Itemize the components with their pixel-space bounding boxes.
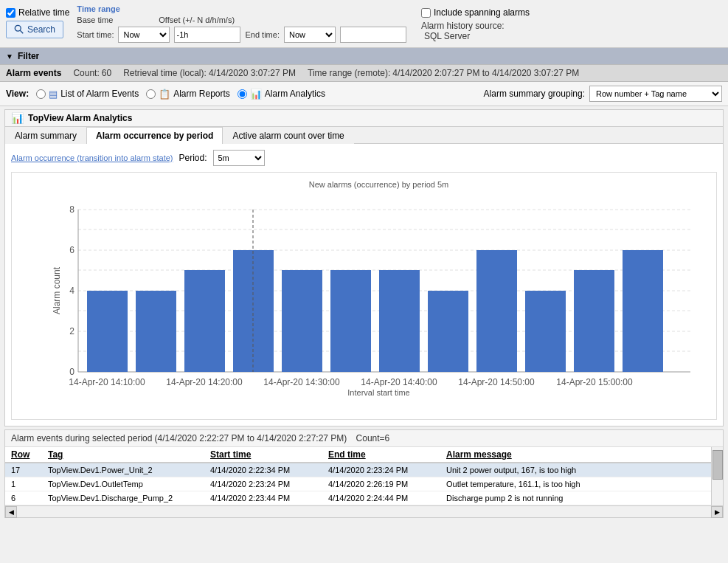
offset-start-label: Offset (+/- N d/h/m/s) bbox=[159, 15, 235, 24]
svg-text:6: 6 bbox=[69, 245, 74, 255]
filter-label: Filter bbox=[18, 51, 39, 61]
col-end[interactable]: End time bbox=[322, 447, 440, 463]
bar-3[interactable] bbox=[184, 270, 225, 372]
bar-5[interactable] bbox=[282, 270, 322, 372]
tab-bar: Alarm summary Alarm occurrence by period… bbox=[5, 127, 723, 144]
period-row: Alarm occurrence (transition into alarm … bbox=[11, 150, 717, 166]
cell-end-1: 4/14/2020 2:26:19 PM bbox=[322, 477, 440, 491]
vertical-scrollbar[interactable] bbox=[711, 447, 723, 505]
period-select[interactable]: 1m 5m 10m 15m 30m 1h bbox=[213, 150, 265, 166]
search-button[interactable]: Search bbox=[6, 21, 63, 38]
time-range-group: Time range Base time Offset (+/- N d/h/m… bbox=[77, 4, 406, 43]
cell-row-1: 1 bbox=[5, 477, 42, 491]
cell-message-2: Discharge pump 2 is not running bbox=[440, 491, 711, 505]
col-start[interactable]: Start time bbox=[204, 447, 322, 463]
start-base-select[interactable]: Now bbox=[118, 27, 170, 43]
cell-start-0: 4/14/2020 2:22:34 PM bbox=[204, 463, 322, 477]
table-row[interactable]: 17 TopView.Dev1.Power_Unit_2 4/14/2020 2… bbox=[5, 463, 711, 477]
bar-8[interactable] bbox=[428, 291, 468, 372]
filter-bar: ▼ Filter bbox=[0, 48, 728, 64]
horizontal-scrollbar: ◀ ▶ bbox=[5, 505, 723, 517]
table-row[interactable]: 6 TopView.Dev1.Discharge_Pump_2 4/14/202… bbox=[5, 491, 711, 505]
include-spanning-label: Include spanning alarms bbox=[434, 7, 530, 18]
svg-line-1 bbox=[20, 30, 23, 33]
table-container: Row Tag Start time End time Alarm messag… bbox=[5, 447, 711, 505]
bar-12[interactable] bbox=[623, 250, 663, 372]
svg-text:14-Apr-20 14:20:00: 14-Apr-20 14:20:00 bbox=[166, 377, 243, 387]
relative-time-label: Relative time bbox=[18, 7, 69, 18]
time-range-info: Time range (remote): 4/14/2020 2:07:27 P… bbox=[308, 68, 579, 78]
bar-6[interactable] bbox=[330, 270, 371, 372]
right-options: Include spanning alarms Alarm history so… bbox=[421, 4, 530, 41]
scrollbar-left-arrow[interactable]: ◀ bbox=[5, 506, 17, 518]
reports-icon: 📋 bbox=[159, 89, 170, 100]
bar-7[interactable] bbox=[379, 270, 420, 372]
svg-text:4: 4 bbox=[69, 286, 74, 296]
bottom-section: Alarm events during selected period (4/1… bbox=[4, 429, 724, 518]
bar-2[interactable] bbox=[136, 291, 176, 372]
tab-alarm-occurrence[interactable]: Alarm occurrence by period bbox=[86, 127, 223, 144]
toolbar: Relative time Search Time range Base tim… bbox=[0, 0, 728, 48]
col-row[interactable]: Row bbox=[5, 447, 42, 463]
time-range-label: Time range bbox=[77, 4, 406, 13]
cell-end-2: 4/14/2020 2:24:44 PM bbox=[322, 491, 440, 505]
end-offset-input[interactable] bbox=[340, 27, 406, 43]
svg-text:14-Apr-20 14:30:00: 14-Apr-20 14:30:00 bbox=[263, 377, 340, 387]
view-list-radio[interactable] bbox=[36, 89, 46, 99]
analytics-header: 📊 TopView Alarm Analytics bbox=[5, 110, 723, 127]
cell-row-2: 6 bbox=[5, 491, 42, 505]
alarm-table: Row Tag Start time End time Alarm messag… bbox=[5, 447, 711, 505]
cell-message-1: Outlet temperature, 161.1, is too high bbox=[440, 477, 711, 491]
cell-start-2: 4/14/2020 2:23:44 PM bbox=[204, 491, 322, 505]
col-tag[interactable]: Tag bbox=[42, 447, 204, 463]
cell-row-0: 17 bbox=[5, 463, 42, 477]
svg-text:14-Apr-20 14:40:00: 14-Apr-20 14:40:00 bbox=[361, 377, 437, 387]
table-header-row: Row Tag Start time End time Alarm messag… bbox=[5, 447, 711, 463]
view-list-radio-group: ▤ List of Alarm Events bbox=[36, 89, 139, 100]
view-reports-radio[interactable] bbox=[146, 89, 156, 99]
bar-11[interactable] bbox=[574, 270, 614, 372]
bar-1[interactable] bbox=[87, 291, 128, 372]
view-label: View: bbox=[6, 89, 29, 99]
table-scrollbar-area: Row Tag Start time End time Alarm messag… bbox=[5, 447, 723, 505]
period-link[interactable]: Alarm occurrence (transition into alarm … bbox=[11, 153, 173, 162]
view-analytics-label: Alarm Analytics bbox=[265, 89, 325, 99]
col-message[interactable]: Alarm message bbox=[440, 447, 711, 463]
include-spanning-checkbox[interactable] bbox=[421, 8, 431, 18]
cell-end-0: 4/14/2020 2:23:24 PM bbox=[322, 463, 440, 477]
search-icon bbox=[14, 24, 24, 35]
chart-title: New alarms (occurrence) by period 5m bbox=[49, 180, 709, 189]
end-time-label: End time: bbox=[245, 30, 279, 39]
bar-10[interactable] bbox=[525, 291, 566, 372]
start-offset-input[interactable] bbox=[174, 27, 240, 43]
scrollbar-right-arrow[interactable]: ▶ bbox=[711, 506, 723, 518]
summary-grouping-select[interactable]: Row number + Tag name Tag name only Row … bbox=[589, 86, 722, 102]
tab-alarm-summary[interactable]: Alarm summary bbox=[5, 127, 86, 144]
svg-text:0: 0 bbox=[69, 367, 74, 377]
include-spanning-row: Include spanning alarms bbox=[421, 7, 530, 18]
cell-start-1: 4/14/2020 2:23:24 PM bbox=[204, 477, 322, 491]
view-analytics-radio-group: 📊 Alarm Analytics bbox=[238, 89, 325, 100]
alarm-source-row: Alarm history source: SQL Server bbox=[421, 21, 530, 41]
tab-active-alarm-count[interactable]: Active alarm count over time bbox=[223, 127, 353, 144]
alarm-events-title: Alarm events bbox=[6, 68, 61, 78]
filter-arrow-icon[interactable]: ▼ bbox=[6, 52, 13, 61]
scrollbar-track[interactable] bbox=[17, 506, 711, 517]
view-analytics-radio[interactable] bbox=[238, 89, 247, 99]
table-row[interactable]: 1 TopView.Dev1.OutletTemp 4/14/2020 2:23… bbox=[5, 477, 711, 491]
start-time-label: Start time: bbox=[77, 30, 114, 39]
svg-text:2: 2 bbox=[69, 326, 74, 336]
tab-occurrence-content: Alarm occurrence (transition into alarm … bbox=[5, 144, 723, 426]
relative-time-checkbox[interactable] bbox=[6, 8, 15, 18]
base-time-start-label: Base time bbox=[77, 15, 113, 24]
retrieval-time-info: Retrieval time (local): 4/14/2020 3:07:2… bbox=[123, 68, 296, 78]
summary-grouping-label: Alarm summary grouping: bbox=[484, 89, 585, 99]
relative-time-group: Relative time bbox=[6, 4, 69, 18]
analytics-header-title: TopView Alarm Analytics bbox=[28, 113, 132, 123]
bar-9[interactable] bbox=[476, 250, 517, 372]
view-list-label: List of Alarm Events bbox=[60, 89, 139, 99]
scrollbar-thumb[interactable] bbox=[713, 450, 723, 480]
cell-tag-0: TopView.Dev1.Power_Unit_2 bbox=[42, 463, 204, 477]
end-base-select[interactable]: Now bbox=[284, 27, 336, 43]
alarm-count-info: Count: 60 bbox=[73, 68, 111, 78]
